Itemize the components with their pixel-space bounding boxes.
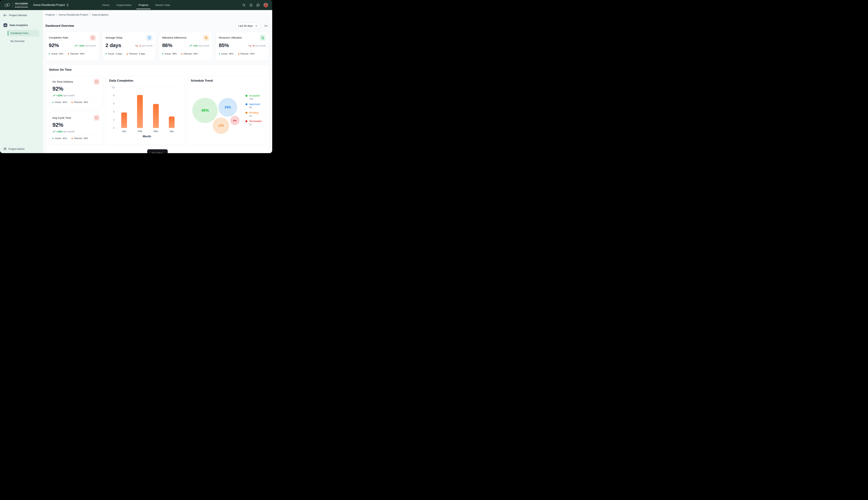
sub-card-planned: Planned : 80% (71, 101, 88, 103)
breadcrumb-data-analytics[interactable]: Data Analytics (92, 13, 108, 16)
bubble-terminated: 8% (230, 116, 240, 125)
trend-value: +15% (78, 44, 84, 47)
legend-count: 56 (249, 106, 262, 109)
bubble-approved: 23% (218, 98, 237, 117)
legend-count: 32 (249, 115, 262, 117)
legend-item-pending: Pending32 (245, 111, 262, 117)
notifications-bell-icon[interactable] (249, 3, 253, 7)
breadcrumb: Projects / Arena Residential Project / D… (45, 13, 269, 16)
brand-text: US★FUSION & Specialty Construction (15, 2, 28, 8)
bubble-pending: 17% (213, 117, 229, 134)
x-tick-label: Feb (138, 130, 142, 133)
main-content: Projects / Arena Residential Project / D… (43, 10, 272, 153)
badge-check-icon (90, 35, 96, 41)
card-avg-cycle-time: Avg Cycle Time 92% +15% last month (49, 112, 103, 145)
kpi-planned: Planned : 84% (181, 53, 198, 55)
kpi-value: 85% (219, 42, 229, 48)
bar-plot: 0246810 (116, 87, 180, 128)
main-nav: Home Organization Projects Master Data (102, 0, 170, 10)
top-bar: US★FUSION & Specialty Construction Arena… (0, 0, 272, 10)
actual-dot-icon (49, 53, 50, 55)
badge-check-icon (93, 115, 100, 121)
trend-suffix: last month (85, 44, 96, 47)
bar-jan (121, 113, 127, 128)
legend-dot-icon (245, 95, 247, 97)
page-title: Dashboard Overview (45, 24, 74, 27)
planned-dot-icon (127, 53, 128, 55)
breadcrumb-projects[interactable]: Projects (45, 13, 55, 16)
kpi-value: 92% (49, 42, 59, 48)
chart-title: Daily Completion (109, 79, 181, 82)
actual-dot-icon (219, 53, 220, 55)
sidebar-back-button[interactable]: Project Monitor (3, 14, 43, 17)
x-labels: JanFebMarApr (116, 130, 180, 134)
breadcrumb-project-name[interactable]: Arena Residential Project (59, 13, 88, 16)
brand-ampersand: & (15, 5, 28, 7)
trend-suffix: last month (255, 44, 266, 47)
actual-dot-icon (53, 102, 54, 103)
actual-dot-icon (53, 138, 54, 139)
x-tick-label: Mar (153, 130, 158, 133)
bubble-legend: Accepted234Approved56Pending32Terminated… (245, 94, 262, 126)
kpi-title: Milestone Adherence (162, 35, 186, 39)
bar-chart-icon (3, 23, 7, 27)
brand-name: US★FUSION (15, 2, 28, 5)
section-title: Deliver On Time (49, 68, 266, 71)
kpi-trend: +15% last month (74, 44, 96, 47)
chevron-up-down-icon (67, 3, 69, 7)
sidebar-item-my-overview[interactable]: My Overview (10, 40, 43, 43)
legend-dot-icon (245, 120, 247, 122)
kpi-card-resource-utilization: Resource Utilization 85% -5 last month (216, 32, 270, 61)
date-range-select[interactable]: Last 30 days (236, 23, 260, 29)
legend-dot-icon (245, 103, 247, 105)
breadcrumb-separator: / (56, 13, 57, 16)
kpi-planned: Planned : 80% (68, 53, 84, 55)
sidebar-item-label: Dashboard Over... (10, 32, 30, 35)
legend-count: 234 (249, 98, 262, 100)
gear-icon (3, 147, 7, 150)
trend-value: +15% (56, 94, 62, 97)
sidebar-footer-label: Project Admin (9, 147, 25, 150)
sub-card-actual: Actual : 92% (53, 137, 67, 139)
actual-dot-icon (105, 53, 107, 55)
page-header: Dashboard Overview Last 30 days (45, 23, 269, 29)
user-avatar[interactable] (264, 3, 268, 8)
nav-item-projects[interactable]: Projects (138, 0, 148, 10)
nav-item-master-data[interactable]: Master Data (155, 0, 170, 10)
trend-up-icon (53, 94, 55, 97)
planned-dot-icon (238, 53, 239, 55)
infinity-logo-icon (4, 3, 11, 8)
kpi-planned: Planned : 90% (238, 53, 254, 55)
chat-icon[interactable] (256, 3, 260, 7)
search-icon[interactable] (242, 3, 245, 7)
sidebar-item-dashboard-overview[interactable]: Dashboard Over... (8, 30, 39, 36)
card-on-time-delivery: On Time Delivery 92% +15% last month (49, 76, 103, 109)
legend-label: Approved (249, 103, 260, 105)
kpi-title: Completion Rate (49, 35, 68, 39)
planned-dot-icon (71, 138, 73, 139)
kpi-planned: Planned : 4 days (127, 53, 145, 55)
top-bar-actions (242, 3, 268, 8)
daily-completion-chart-card: Daily Completion 0246810 JanFebMarApr Mo… (105, 76, 185, 145)
trend-value: +15% (56, 130, 62, 133)
trend-suffix: last month (64, 94, 75, 97)
kpi-title: Resource Utilization (219, 35, 242, 39)
y-tick-label: 0 (109, 127, 114, 129)
trend-up-icon (53, 130, 55, 133)
sidebar-section-data-analytics[interactable]: Data Analytics (3, 23, 43, 27)
nav-item-home[interactable]: Home (102, 0, 110, 10)
view-more-button[interactable]: View More (147, 149, 168, 153)
chart-title: Schedule Trend (191, 79, 262, 82)
sidebar-item-project-admin[interactable]: Project Admin (3, 147, 25, 150)
nav-item-organization[interactable]: Organization (116, 0, 132, 10)
legend-item-accepted: Accepted234 (245, 94, 262, 100)
trend-up-icon (189, 45, 192, 47)
bar-apr (169, 116, 175, 128)
badge-check-icon (93, 79, 100, 85)
project-selector[interactable]: Arena Residential Project (33, 3, 69, 7)
x-tick-label: Apr (170, 130, 174, 133)
export-button[interactable] (263, 23, 269, 29)
kpi-value: 86% (162, 42, 172, 48)
kpi-trend: +2% last month (189, 44, 209, 47)
trend-up-icon (74, 45, 77, 47)
